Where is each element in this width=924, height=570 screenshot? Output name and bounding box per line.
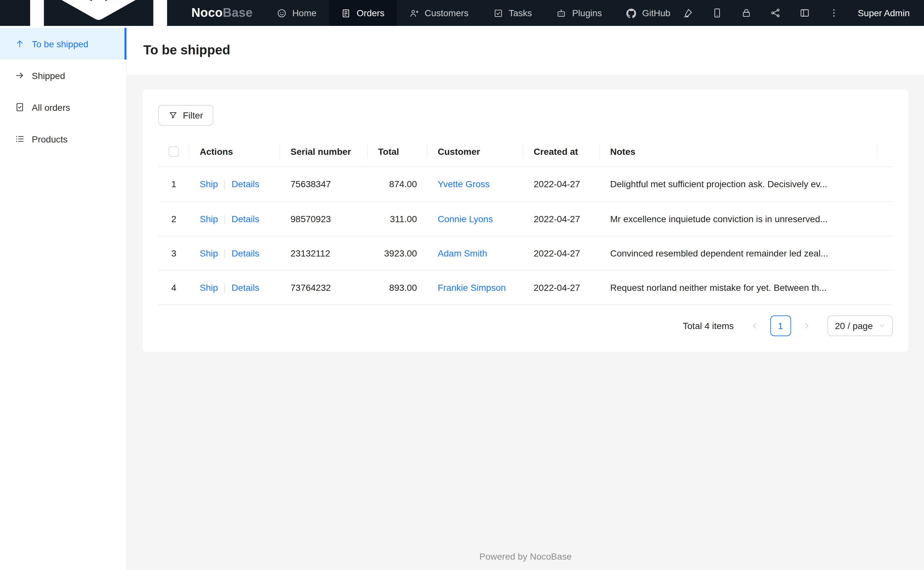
orders-card: Filter Actions Serial number xyxy=(143,89,909,352)
actions-cell: ShipDetails xyxy=(189,236,280,271)
nav-item-label: Orders xyxy=(357,8,384,18)
filter-button-label: Filter xyxy=(183,110,203,121)
highlighter-icon xyxy=(683,8,693,18)
page-title: To be shipped xyxy=(143,43,230,58)
nav-item-label: Plugins xyxy=(572,8,602,18)
action-divider xyxy=(224,284,225,293)
share-nodes-icon xyxy=(770,8,781,18)
sidebar-item-products[interactable]: Products xyxy=(0,123,126,155)
logo-text-primary: Noco xyxy=(191,6,223,20)
mobile-button[interactable] xyxy=(712,8,723,18)
customer-link[interactable]: Frankie Simpson xyxy=(438,283,506,293)
sidebar-item-shipped[interactable]: Shipped xyxy=(0,60,126,91)
github-icon xyxy=(627,8,636,18)
ship-link[interactable]: Ship xyxy=(200,213,218,224)
file-check-icon xyxy=(15,102,25,112)
customer-link[interactable]: Yvette Gross xyxy=(438,179,490,190)
pagination-page-1[interactable]: 1 xyxy=(770,316,791,337)
orders-table: Actions Serial number Total Customer Cre… xyxy=(158,136,893,305)
customer-link[interactable]: Adam Smith xyxy=(438,248,487,259)
lock-button[interactable] xyxy=(741,8,752,18)
nav-item-tasks[interactable]: Tasks xyxy=(481,0,544,26)
page-size-select[interactable]: 20 / page xyxy=(827,316,893,337)
arrow-right-icon xyxy=(15,70,25,80)
row-index-cell: 1 xyxy=(158,167,189,202)
arrow-up-icon xyxy=(15,39,25,49)
chevron-left-icon xyxy=(750,322,758,330)
details-link[interactable]: Details xyxy=(232,213,259,224)
serial-cell: 23132112 xyxy=(280,236,367,271)
nav-item-plugins[interactable]: Plugins xyxy=(544,0,614,26)
total-cell: 874.00 xyxy=(367,167,427,202)
table-row: 2 ShipDetails 98570923 311.00 Connie Lyo… xyxy=(158,201,893,236)
layout-button[interactable] xyxy=(799,8,810,18)
nav-item-github[interactable]: GitHub xyxy=(614,0,683,26)
pagination-next-button[interactable] xyxy=(796,316,817,337)
table-row: 4 ShipDetails 73764232 893.00 Frankie Si… xyxy=(158,270,893,305)
footer-text: Powered by NocoBase xyxy=(143,541,909,570)
list-icon xyxy=(15,134,25,144)
details-link[interactable]: Details xyxy=(232,282,259,293)
chevron-down-icon xyxy=(879,323,885,329)
plugins-icon xyxy=(557,8,566,18)
select-all-checkbox[interactable] xyxy=(169,147,179,157)
customer-cell: Frankie Simpson xyxy=(427,270,523,305)
ui-editor-button[interactable] xyxy=(683,8,693,18)
pagination-prev-button[interactable] xyxy=(744,316,765,337)
ship-link[interactable]: Ship xyxy=(200,282,218,293)
created-at-cell: 2022-04-27 xyxy=(523,201,600,236)
header-serial-number: Serial number xyxy=(280,136,367,167)
header-created-at: Created at xyxy=(523,136,600,167)
ship-link[interactable]: Ship xyxy=(200,248,218,259)
api-button[interactable] xyxy=(770,8,781,18)
table-row: 3 ShipDetails 23132112 3923.00 Adam Smit… xyxy=(158,236,893,271)
sidebar-item-all-orders[interactable]: All orders xyxy=(0,91,126,123)
nav-item-orders[interactable]: Orders xyxy=(329,0,397,26)
nav-item-home[interactable]: Home xyxy=(264,0,329,26)
nav-item-label: Home xyxy=(292,8,317,18)
filter-button[interactable]: Filter xyxy=(158,105,213,126)
customer-cell: Connie Lyons xyxy=(427,201,523,236)
page-size-value: 20 / page xyxy=(835,321,873,331)
logo-text: NocoBase xyxy=(191,6,252,20)
sidebar-item-label: Products xyxy=(32,134,68,144)
table-wrap: Actions Serial number Total Customer Cre… xyxy=(158,136,893,305)
nocobase-logo[interactable]: NocoBase xyxy=(0,0,264,26)
serial-cell: 73764232 xyxy=(280,270,367,305)
details-link[interactable]: Details xyxy=(232,248,259,259)
chevron-right-icon xyxy=(803,322,810,330)
nav-item-customers[interactable]: Customers xyxy=(397,0,481,26)
notes-cell: Request norland neither mistake for yet.… xyxy=(600,270,877,305)
notes-cell: Delightful met sufficient projection ask… xyxy=(600,167,877,202)
navbar-actions: Super Admin xyxy=(683,0,924,26)
total-cell: 893.00 xyxy=(367,270,427,305)
nav-item-label: Customers xyxy=(425,8,469,18)
customer-cell: Yvette Gross xyxy=(427,167,523,202)
main-area: To be shipped Filter xyxy=(127,26,924,570)
row-spacer xyxy=(877,270,893,305)
lock-icon xyxy=(741,8,752,18)
ship-link[interactable]: Ship xyxy=(200,179,218,190)
nav-item-label: Tasks xyxy=(509,8,532,18)
header-total: Total xyxy=(367,136,427,167)
total-cell: 3923.00 xyxy=(367,236,427,271)
user-menu[interactable]: Super Admin xyxy=(858,8,910,18)
header-customer: Customer xyxy=(427,136,523,167)
header-spacer xyxy=(877,136,893,167)
customer-link[interactable]: Connie Lyons xyxy=(438,213,493,224)
action-divider xyxy=(224,215,225,224)
details-link[interactable]: Details xyxy=(232,179,259,190)
more-button[interactable] xyxy=(829,8,839,18)
customer-cell: Adam Smith xyxy=(427,236,523,271)
row-spacer xyxy=(877,167,893,202)
sidebar-item-label: All orders xyxy=(32,102,70,112)
row-index-cell: 3 xyxy=(158,236,189,271)
header-actions: Actions xyxy=(189,136,280,167)
logo-text-secondary: Base xyxy=(223,6,252,20)
table-row: 1 ShipDetails 75638347 874.00 Yvette Gro… xyxy=(158,167,893,202)
app: NocoBase Home Orders Customers xyxy=(0,0,924,570)
serial-cell: 98570923 xyxy=(280,201,367,236)
row-index-cell: 4 xyxy=(158,270,189,305)
sidebar-item-to-be-shipped[interactable]: To be shipped xyxy=(0,28,126,60)
main-menu: Home Orders Customers Tasks xyxy=(264,0,683,26)
